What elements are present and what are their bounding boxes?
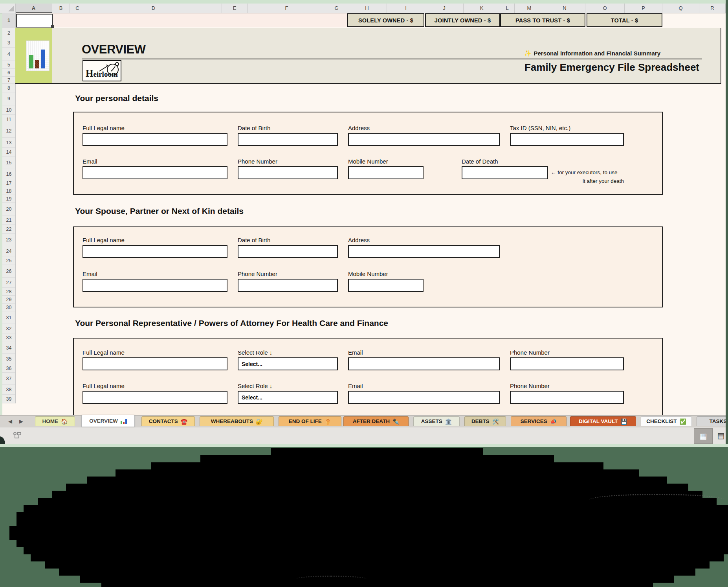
row-number-1[interactable]: 1 xyxy=(2,13,15,28)
row-number-37[interactable]: 37 xyxy=(2,373,15,385)
grid-view-button[interactable]: ▦ xyxy=(694,428,713,444)
select-all-corner[interactable] xyxy=(2,4,16,13)
row-number-15[interactable]: 15 xyxy=(2,156,15,169)
row-number-21[interactable]: 21 xyxy=(2,215,15,225)
tab-debts[interactable]: DEBTS🛠️ xyxy=(464,416,506,426)
row-number-26[interactable]: 26 xyxy=(2,265,15,278)
text-input-box[interactable] xyxy=(83,357,227,370)
text-input-box[interactable] xyxy=(83,166,227,179)
row-number-10[interactable]: 10 xyxy=(2,105,15,115)
text-input-box[interactable] xyxy=(83,133,227,146)
row-number-18[interactable]: 18 xyxy=(2,187,15,195)
row-number-12[interactable]: 12 xyxy=(2,124,15,138)
text-input-box[interactable] xyxy=(238,166,338,179)
tab-checklist[interactable]: CHECKLIST✅ xyxy=(641,416,692,426)
text-input-box[interactable] xyxy=(238,279,338,292)
row-number-27[interactable]: 27 xyxy=(2,278,15,288)
column-header-r[interactable]: R xyxy=(699,4,726,13)
tab-end-of-life[interactable]: END OF LIFE⚱️ xyxy=(279,416,341,426)
row-number-4[interactable]: 4 xyxy=(2,48,15,61)
tab-assets[interactable]: ASSETS🏛️ xyxy=(413,416,460,426)
row-number-32[interactable]: 32 xyxy=(2,324,15,333)
text-input-box[interactable] xyxy=(348,279,424,292)
row-number-20[interactable]: 20 xyxy=(2,203,15,215)
text-input-box[interactable] xyxy=(83,391,227,404)
text-input-box[interactable] xyxy=(348,133,500,146)
row-number-24[interactable]: 24 xyxy=(2,246,15,256)
text-input-box[interactable] xyxy=(510,133,624,146)
row-number-33[interactable]: 33 xyxy=(2,333,15,342)
financial-header-cell-3[interactable]: PASS TO TRUST - $ xyxy=(500,13,585,27)
row-number-23[interactable]: 23 xyxy=(2,234,15,246)
column-header-h[interactable]: H xyxy=(347,4,387,13)
text-input-box[interactable] xyxy=(510,357,624,370)
row-number-14[interactable]: 14 xyxy=(2,148,15,156)
financial-header-cell-1[interactable]: SOLELY OWNED - $ xyxy=(347,13,424,27)
row-number-5[interactable]: 5 xyxy=(2,61,15,69)
column-header-o[interactable]: O xyxy=(585,4,625,13)
financial-header-cell-4[interactable]: TOTAL - $ xyxy=(587,13,662,27)
selected-cell-a1[interactable] xyxy=(16,14,53,28)
column-header-m[interactable]: M xyxy=(515,4,544,13)
column-header-j[interactable]: J xyxy=(425,4,464,13)
text-input-box[interactable] xyxy=(462,166,548,179)
tab-whereabouts[interactable]: WHEREABOUTS🔐 xyxy=(200,416,274,426)
tab-scroll-left-icon[interactable]: ◀ xyxy=(6,416,15,426)
row-number-2[interactable]: 2 xyxy=(2,28,15,38)
text-input-box[interactable] xyxy=(348,245,500,258)
column-header-e[interactable]: E xyxy=(222,4,248,13)
row-number-19[interactable]: 19 xyxy=(2,195,15,203)
role-select[interactable]: Select... xyxy=(238,357,338,370)
row-number-13[interactable]: 13 xyxy=(2,138,15,148)
financial-header-cell-2[interactable]: JOINTLY OWNED - $ xyxy=(425,13,500,27)
column-header-d[interactable]: D xyxy=(85,4,222,13)
column-header-c[interactable]: C xyxy=(70,4,85,13)
column-header-f[interactable]: F xyxy=(248,4,326,13)
row-number-35[interactable]: 35 xyxy=(2,354,15,364)
row-number-25[interactable]: 25 xyxy=(2,256,15,265)
column-header-p[interactable]: P xyxy=(625,4,662,13)
text-input-box[interactable] xyxy=(348,391,500,404)
tab-after-death[interactable]: AFTER DEATH✒️ xyxy=(343,416,409,426)
row-number-6[interactable]: 6 xyxy=(2,69,15,77)
row-number-36[interactable]: 36 xyxy=(2,364,15,373)
row-number-8[interactable]: 8 xyxy=(2,84,15,92)
text-input-box[interactable] xyxy=(238,245,338,258)
column-header-b[interactable]: B xyxy=(52,4,70,13)
row-number-29[interactable]: 29 xyxy=(2,296,15,304)
text-input-box[interactable] xyxy=(83,279,227,292)
row-number-38[interactable]: 38 xyxy=(2,385,15,395)
text-input-box[interactable] xyxy=(348,357,500,370)
tab-digital-vault[interactable]: DIGITAL VAULT💾 xyxy=(570,416,636,426)
row-number-28[interactable]: 28 xyxy=(2,288,15,296)
column-header-g[interactable]: G xyxy=(326,4,347,13)
row-number-34[interactable]: 34 xyxy=(2,342,15,354)
row-number-7[interactable]: 7 xyxy=(2,77,15,84)
tab-home[interactable]: HOME🏠 xyxy=(35,416,75,426)
column-header-i[interactable]: I xyxy=(387,4,425,13)
tab-scroll-right-icon[interactable]: ▶ xyxy=(17,416,26,426)
column-header-k[interactable]: K xyxy=(464,4,500,13)
row-number-9[interactable]: 9 xyxy=(2,92,15,105)
macro-indicator-icon[interactable] xyxy=(13,431,22,442)
row-number-11[interactable]: 11 xyxy=(2,115,15,124)
row-number-30[interactable]: 30 xyxy=(2,304,15,311)
column-header-n[interactable]: N xyxy=(544,4,585,13)
row-number-22[interactable]: 22 xyxy=(2,225,15,234)
tab-overview[interactable]: OVERVIEW xyxy=(81,415,135,427)
page-layout-view-button[interactable]: ▤ xyxy=(716,429,726,442)
tab-tasks[interactable]: TASKS xyxy=(697,416,728,426)
row-number-3[interactable]: 3 xyxy=(2,38,15,48)
tab-contacts[interactable]: CONTACTS☎️ xyxy=(141,416,195,426)
column-header-l[interactable]: L xyxy=(500,4,515,13)
text-input-box[interactable] xyxy=(238,133,338,146)
text-input-box[interactable] xyxy=(83,245,227,258)
text-input-box[interactable] xyxy=(510,391,624,404)
role-select[interactable]: Select... xyxy=(238,391,338,404)
tab-services[interactable]: SERVICES📣 xyxy=(511,416,567,426)
row-number-31[interactable]: 31 xyxy=(2,311,15,324)
text-input-box[interactable] xyxy=(348,166,424,179)
column-header-q[interactable]: Q xyxy=(662,4,699,13)
row-number-17[interactable]: 17 xyxy=(2,179,15,187)
column-header-a[interactable]: A xyxy=(15,4,52,13)
